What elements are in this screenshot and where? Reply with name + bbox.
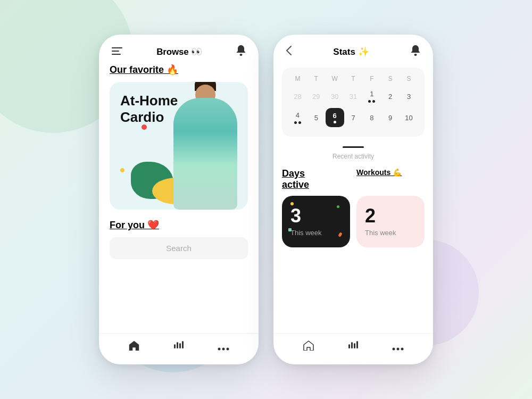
cal-day-9[interactable]: 9 xyxy=(381,108,400,127)
svg-rect-12 xyxy=(348,344,350,348)
phone-browse: Browse 👀 Our favorite 🔥 At-HomeCardio xyxy=(99,35,259,364)
days-active-card: 3 This week xyxy=(282,196,350,247)
nav-more-stats[interactable] xyxy=(392,340,404,354)
bell-icon-stats[interactable] xyxy=(411,45,420,58)
for-you-title: For you ❤️ xyxy=(110,219,248,231)
stats-section: Daysactive Workouts 💪 3 xyxy=(273,164,433,333)
cal-header-t1: T xyxy=(307,75,326,82)
svg-rect-13 xyxy=(351,342,353,348)
cal-day-4[interactable]: 4 xyxy=(288,108,307,127)
person-figure xyxy=(173,98,237,210)
workouts-title: Workouts 💪 xyxy=(356,168,425,177)
svg-rect-15 xyxy=(356,341,358,348)
calendar-week1: 28 29 30 31 1 2 3 xyxy=(288,87,418,106)
svg-point-10 xyxy=(227,348,229,351)
cal-day-1[interactable]: 1 xyxy=(362,87,381,106)
stats-cards: 3 This week 2 This week xyxy=(282,196,425,247)
days-active-title: Daysactive xyxy=(282,168,350,190)
workouts-label: This week xyxy=(365,229,416,237)
bell-icon-browse[interactable] xyxy=(236,45,246,59)
cal-day-7[interactable]: 7 xyxy=(344,108,363,127)
confetti-1 xyxy=(290,202,294,205)
cal-day-3[interactable]: 3 xyxy=(400,87,418,106)
search-placeholder: Search xyxy=(166,244,192,253)
menu-icon[interactable] xyxy=(112,46,122,57)
cal-day-28[interactable]: 28 xyxy=(288,87,307,106)
workouts-card: 2 This week xyxy=(356,196,425,247)
nav-activity-browse[interactable] xyxy=(172,340,185,354)
nav-more-browse[interactable] xyxy=(218,340,229,354)
svg-rect-2 xyxy=(112,54,121,55)
recent-bar xyxy=(343,146,364,148)
browse-nav xyxy=(99,333,259,364)
calendar-section: M T W T F S S 28 29 30 31 1 2 3 xyxy=(282,68,425,137)
svg-rect-6 xyxy=(179,343,181,348)
our-favorite-title: Our favorite 🔥 xyxy=(110,64,248,76)
card-dot-yellow xyxy=(120,168,124,172)
phones-container: Browse 👀 Our favorite 🔥 At-HomeCardio xyxy=(99,35,433,364)
for-you-section: For you ❤️ xyxy=(110,219,248,231)
svg-point-16 xyxy=(393,348,395,351)
search-bar[interactable]: Search xyxy=(110,237,248,259)
svg-rect-7 xyxy=(182,341,184,348)
featured-card[interactable]: At-HomeCardio xyxy=(110,82,248,210)
cal-day-6-today[interactable]: 6 xyxy=(326,108,344,127)
confetti-2 xyxy=(337,205,339,208)
days-active-number: 3 xyxy=(290,206,342,226)
browse-title: Browse 👀 xyxy=(156,46,202,57)
stats-title: Stats ✨ xyxy=(333,46,369,57)
recent-label: Recent activity xyxy=(332,153,374,160)
cal-day-8[interactable]: 8 xyxy=(362,108,381,127)
browse-header: Browse 👀 xyxy=(99,35,259,64)
svg-rect-0 xyxy=(112,47,122,48)
confetti-4 xyxy=(288,228,292,231)
svg-rect-5 xyxy=(177,342,178,348)
stats-nav xyxy=(273,333,433,364)
svg-rect-4 xyxy=(174,344,176,348)
nav-activity-stats[interactable] xyxy=(347,340,360,354)
calendar-week2: 4 5 6 7 8 9 10 xyxy=(288,108,418,127)
phone-stats: Stats ✨ M T W T F S S 28 29 xyxy=(273,35,433,364)
cal-header-m: M xyxy=(288,75,307,82)
cal-day-2[interactable]: 2 xyxy=(381,87,400,106)
workouts-number: 2 xyxy=(365,206,416,226)
cal-day-5[interactable]: 5 xyxy=(307,108,326,127)
cal-day-30[interactable]: 30 xyxy=(326,87,344,106)
person-body xyxy=(173,98,237,210)
cal-header-t2: T xyxy=(344,75,363,82)
svg-point-9 xyxy=(222,348,225,351)
recent-activity-section: Recent activity xyxy=(282,146,425,161)
svg-point-8 xyxy=(218,348,221,351)
svg-point-11 xyxy=(414,54,417,56)
back-icon[interactable] xyxy=(286,46,292,58)
cal-day-29[interactable]: 29 xyxy=(307,87,326,106)
svg-point-18 xyxy=(401,348,404,351)
cal-header-s2: S xyxy=(400,75,418,82)
browse-content: Our favorite 🔥 At-HomeCardio xyxy=(99,64,259,333)
calendar-header: M T W T F S S xyxy=(288,75,418,82)
days-active-label: This week xyxy=(290,229,342,237)
featured-card-title: At-HomeCardio xyxy=(120,93,178,126)
cal-day-10[interactable]: 10 xyxy=(400,108,418,127)
svg-rect-14 xyxy=(354,343,355,348)
nav-home-stats[interactable] xyxy=(303,340,314,354)
nav-home-browse[interactable] xyxy=(128,340,140,354)
svg-rect-1 xyxy=(112,51,119,52)
cal-header-f: F xyxy=(362,75,381,82)
cal-header-s1: S xyxy=(381,75,400,82)
svg-point-3 xyxy=(239,54,242,56)
svg-point-17 xyxy=(397,348,400,351)
cal-header-w: W xyxy=(326,75,344,82)
cal-day-31[interactable]: 31 xyxy=(344,87,363,106)
stats-header: Stats ✨ xyxy=(273,35,433,63)
